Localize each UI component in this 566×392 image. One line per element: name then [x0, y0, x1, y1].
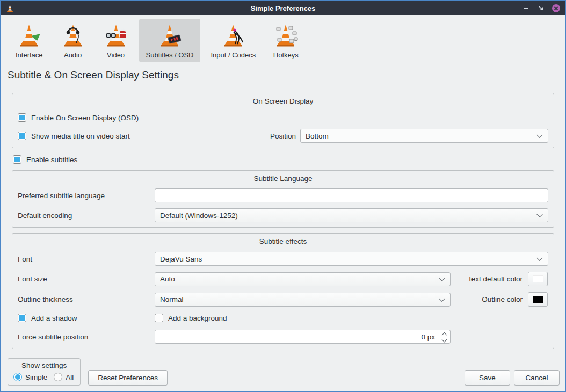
video-icon	[103, 23, 129, 48]
enable-osd-label: Enable On Screen Display (OSD)	[31, 114, 139, 122]
default-encoding-label: Default encoding	[18, 212, 155, 220]
page-title: Subtitle & On Screen Display Settings	[8, 69, 565, 81]
text-default-color-button[interactable]	[528, 272, 548, 286]
subtitles-osd-icon	[157, 23, 183, 48]
preferred-language-input[interactable]	[155, 188, 548, 202]
hotkeys-icon	[273, 23, 299, 48]
simple-radio-label: Simple	[25, 373, 47, 381]
show-settings-group: Show settings Simple All	[8, 358, 81, 386]
audio-icon	[60, 23, 86, 48]
all-radio[interactable]	[54, 373, 62, 381]
footer-bar: Show settings Simple All Reset Preferenc…	[1, 358, 565, 391]
outline-color-swatch	[533, 296, 543, 303]
position-select[interactable]: Bottom	[300, 129, 548, 143]
tab-label: Subtitles / OSD	[146, 51, 194, 59]
font-select[interactable]: DejaVu Sans	[155, 252, 548, 266]
tab-label: Input / Codecs	[211, 51, 256, 59]
spinner-arrows	[442, 331, 446, 342]
cancel-button[interactable]: Cancel	[514, 370, 560, 386]
close-icon[interactable]	[551, 3, 561, 13]
default-encoding-select[interactable]: Default (Windows-1252)	[155, 208, 548, 222]
show-media-title-checkbox[interactable]	[18, 132, 26, 140]
enable-osd-checkbox[interactable]	[18, 113, 26, 122]
tab-label: Interface	[16, 51, 43, 59]
tab-hotkeys[interactable]: Hotkeys	[266, 19, 306, 62]
add-shadow-checkbox[interactable]	[18, 314, 26, 322]
all-radio-label: All	[66, 373, 74, 381]
spin-down-icon[interactable]	[442, 337, 447, 342]
tab-interface[interactable]: Interface	[9, 19, 50, 62]
osd-group-title: On Screen Display	[18, 97, 548, 106]
outline-color-label: Outline color	[482, 295, 523, 303]
divider	[8, 86, 558, 86]
outline-color-button[interactable]	[528, 292, 548, 307]
show-settings-title: Show settings	[13, 361, 75, 369]
input-codecs-icon	[220, 23, 246, 48]
text-default-color-label: Text default color	[468, 275, 523, 283]
simple-radio[interactable]	[13, 373, 22, 381]
tab-label: Video	[107, 51, 125, 59]
force-subtitle-position-spinner[interactable]: 0 px	[155, 330, 451, 344]
font-size-label: Font size	[18, 275, 155, 283]
preferences-window: Simple Preferences	[0, 0, 566, 392]
preferred-language-label: Preferred subtitle language	[18, 192, 155, 200]
tab-label: Hotkeys	[273, 51, 299, 59]
tab-audio[interactable]: Audio	[53, 19, 93, 62]
osd-group: On Screen Display Enable On Screen Displ…	[12, 93, 554, 148]
save-button[interactable]: Save	[465, 370, 510, 386]
add-shadow-label: Add a shadow	[31, 314, 77, 322]
outline-thickness-label: Outline thickness	[18, 295, 155, 303]
vlc-logo-icon	[5, 4, 14, 13]
tab-input-codecs[interactable]: Input / Codecs	[204, 19, 263, 62]
interface-icon	[16, 23, 42, 48]
enable-subtitles-checkbox[interactable]	[13, 155, 21, 164]
titlebar[interactable]: Simple Preferences	[1, 1, 565, 15]
subtitle-effects-title: Subtitle effects	[18, 237, 548, 246]
position-label: Position	[270, 132, 296, 140]
force-subtitle-position-label: Force subtitle position	[18, 333, 155, 341]
minimize-icon[interactable]	[521, 3, 531, 13]
text-color-swatch	[533, 275, 543, 282]
subtitle-language-title: Subtitle Language	[18, 174, 548, 184]
category-toolbar: Interface Audio	[1, 15, 565, 62]
reset-preferences-button[interactable]: Reset Preferences	[88, 370, 168, 386]
tab-video[interactable]: Video	[96, 19, 136, 62]
tab-subtitles-osd[interactable]: Subtitles / OSD	[139, 19, 201, 62]
subtitle-effects-group: Subtitle effects Font DejaVu Sans Font s…	[12, 233, 554, 349]
subtitle-language-group: Subtitle Language Preferred subtitle lan…	[12, 170, 554, 228]
window-controls	[521, 3, 561, 13]
font-size-select[interactable]: Auto	[155, 272, 451, 286]
outline-thickness-select[interactable]: Normal	[155, 293, 451, 307]
show-media-title-label: Show media title on video start	[31, 132, 130, 140]
maximize-icon[interactable]	[536, 3, 546, 13]
add-background-checkbox[interactable]	[155, 314, 163, 322]
window-title: Simple Preferences	[1, 4, 565, 12]
enable-subtitles-label: Enable subtitles	[26, 156, 77, 164]
tab-label: Audio	[64, 51, 82, 59]
font-label: Font	[18, 255, 155, 263]
add-background-label: Add a background	[168, 314, 227, 322]
